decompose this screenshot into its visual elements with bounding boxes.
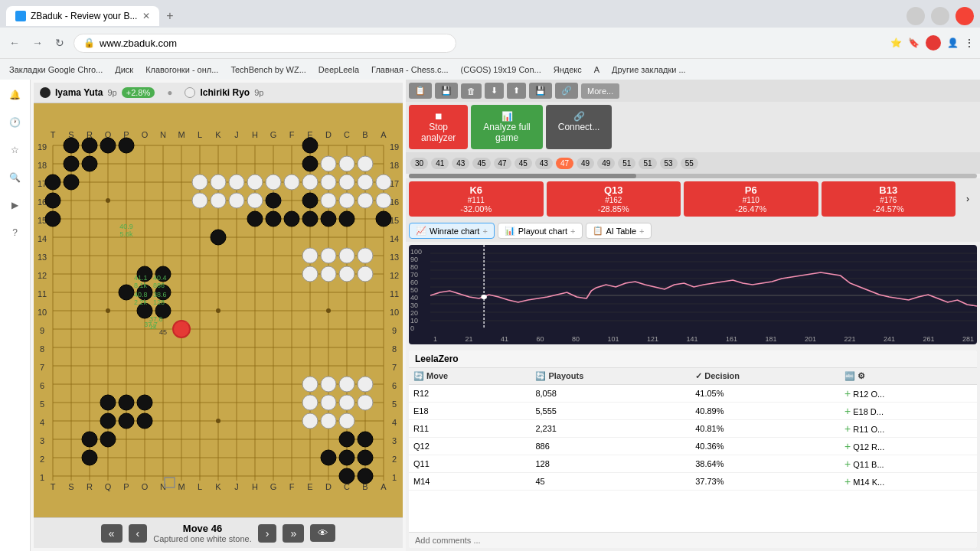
move-chip-55[interactable]: 55 [681,158,698,169]
address-bar[interactable]: 🔒 www.zbaduk.com [74,34,456,53]
quality-chip-1[interactable]: Q13 #162 -28.85% [547,181,681,217]
quality-chip-3[interactable]: B13 #176 -24.57% [822,181,956,217]
bookmark-1[interactable]: Диск [112,64,136,76]
cell-move: Q12 [409,438,531,455]
quality-chip-0[interactable]: K6 #111 -32.00% [409,181,544,217]
white-player-rank: 9p [254,88,263,97]
playout-tab-close[interactable]: + [570,227,575,236]
svg-point-198 [302,395,318,410]
sidebar-icon-help[interactable]: ? [6,223,24,242]
move-chip-49a[interactable]: 49 [577,158,594,169]
tool-link-btn[interactable]: 🔗 [555,83,578,99]
move-chip-47b[interactable]: 47 [556,158,573,169]
last-move-btn[interactable]: » [283,524,304,543]
bookmark-2[interactable]: Клавогонки - онл... [142,64,221,76]
table-row[interactable]: R12 8,058 41.05% + R12 O... [409,385,977,403]
back-btn[interactable]: ← [6,34,23,52]
stop-sub: analyzer [421,132,456,143]
bookmark-7[interactable]: Яндекс [550,64,585,76]
extension-icon-2[interactable]: 🔖 [908,37,920,48]
move-chip-43[interactable]: 43 [452,158,469,169]
bookmark-3[interactable]: TechBench by WZ... [227,64,309,76]
maximize-btn[interactable] [931,7,949,25]
goboard-svg[interactable]: T S R Q P O N M L K J H G F E D C [34,127,402,494]
winrate-tab-close[interactable]: + [482,227,487,236]
th-refresh[interactable]: 🔄 Move [409,368,531,385]
tool-more-btn[interactable]: More... [581,83,619,99]
forward-btn[interactable]: → [29,34,46,52]
svg-text:E: E [307,482,312,491]
bookmark-6[interactable]: (CGOS) 19x19 Con... [458,64,544,76]
connect-btn[interactable]: 🔗 Connect... [546,105,612,149]
svg-point-211 [358,468,373,484]
bookmark-5[interactable]: Главная - Chess.c... [368,64,452,76]
quality-move-pct-0: -32.00% [460,204,492,214]
prev-move-btn[interactable]: ‹ [129,524,148,543]
move-chip-43b[interactable]: 43 [535,158,553,169]
tab-ai-table[interactable]: 📋 AI Table + [586,223,652,239]
tool-save-btn[interactable]: 💾 [435,83,458,99]
bookmark-0[interactable]: Закладки Google Chro... [6,64,106,76]
tab-close-btn[interactable]: ✕ [142,11,150,21]
table-row[interactable]: R11 2,231 40.81% + R11 O... [409,420,977,438]
first-move-btn[interactable]: « [101,524,122,543]
next-move-btn[interactable]: › [258,524,277,543]
move-chip-30[interactable]: 30 [410,158,428,169]
svg-text:T: T [51,130,56,139]
analyze-full-btn[interactable]: 📊 Analyze full game [471,105,542,149]
tab-playout[interactable]: 📊 Playout chart + [498,223,583,239]
sidebar-icon-star[interactable]: ☆ [6,141,24,159]
tab-winrate[interactable]: 📈 Winrate chart + [409,223,495,239]
reload-btn[interactable]: ↻ [52,34,67,52]
svg-point-171 [339,248,354,263]
tool-save2-btn[interactable]: 💾 [529,83,552,99]
move-chip-47a[interactable]: 47 [494,158,511,169]
close-btn[interactable] [956,7,974,25]
extension-icon-1[interactable]: ⭐ [890,37,902,48]
tool-upload-btn[interactable]: ⬆ [507,83,526,99]
minimize-btn[interactable] [906,7,925,25]
tool-download-btn[interactable]: ⬇ [485,83,504,99]
bookmark-4[interactable]: DeepLeela [315,64,362,76]
table-row[interactable]: Q11 128 38.64% + Q11 B... [409,455,977,473]
svg-text:5: 5 [40,399,44,409]
move-chip-41[interactable]: 41 [431,158,449,169]
move-chip-49b[interactable]: 49 [597,158,615,169]
table-row[interactable]: M14 45 37.73% + M14 K... [409,473,977,491]
table-row[interactable]: E18 5,555 40.89% + E18 D... [409,403,977,420]
svg-text:5: 5 [392,399,397,409]
ai-table-tab-close[interactable]: + [639,227,644,236]
svg-point-210 [339,468,354,484]
table-row[interactable]: Q12 886 40.36% + Q12 R... [409,438,977,455]
active-tab[interactable]: ZBaduk - Review your B... ✕ [6,6,159,26]
sidebar-icon-clock[interactable]: 🕐 [6,113,24,132]
sidebar-icon-bell[interactable]: 🔔 [6,86,24,104]
ai-table-scroll[interactable]: 🔄 Move 🔄 Playouts ✓ Decision 🔤 ⚙ R12 8,0… [409,368,977,532]
move-chip-53[interactable]: 53 [660,158,678,169]
stop-analyzer-btn[interactable]: ⏹ Stop analyzer [409,105,468,149]
move-chip-45b[interactable]: 45 [514,158,532,169]
svg-text:11: 11 [38,289,47,298]
winrate-label: Winrate chart [430,227,479,236]
new-tab-btn[interactable]: + [159,5,181,27]
quality-scroll-right[interactable]: › [959,181,977,217]
menu-icon[interactable]: ⋮ [965,37,974,48]
quality-chip-2[interactable]: P6 #110 -26.47% [684,181,818,217]
sidebar-icon-play[interactable]: ▶ [6,196,24,214]
tool-copy-btn[interactable]: 📋 [409,83,432,99]
eye-btn[interactable]: 👁 [310,524,335,542]
add-comments-bar[interactable]: Add comments ... [409,532,977,548]
svg-text:J: J [234,130,239,139]
move-chip-45a[interactable]: 45 [472,158,490,169]
move-chip-51a[interactable]: 51 [618,158,635,169]
move-chip-51b[interactable]: 51 [639,158,656,169]
bookmark-more[interactable]: Другие закладки ... [609,64,689,76]
playout-icon: 📊 [505,226,515,236]
cell-move: Q11 [409,455,531,473]
tool-delete-btn[interactable]: 🗑 [461,83,482,99]
black-player-name: Iyama Yuta [55,87,103,98]
tab-favicon [15,11,26,21]
profile-icon[interactable]: 👤 [947,37,959,48]
sidebar-icon-search[interactable]: 🔍 [6,168,24,187]
bookmark-8[interactable]: А [591,64,603,76]
